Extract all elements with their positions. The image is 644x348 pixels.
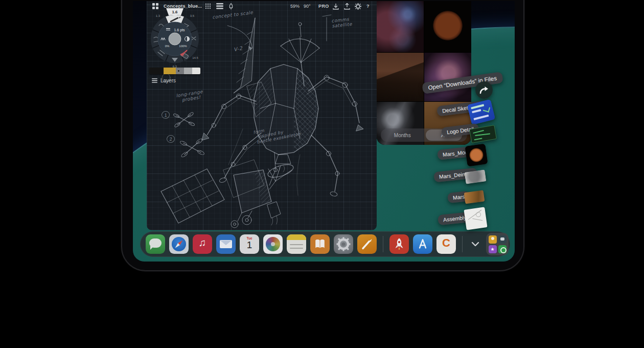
svg-text:100%: 100% [179, 45, 187, 48]
messages-app-icon[interactable] [146, 234, 165, 254]
color-swatch-bar [149, 68, 200, 74]
mail-app-icon[interactable] [216, 234, 236, 254]
dock-divider-2 [462, 236, 463, 252]
active-size-label: 1.6 [172, 10, 178, 14]
tool-wheel[interactable]: 1.6 [148, 6, 202, 73]
dots-grid-icon[interactable] [205, 3, 211, 10]
open-book-icon [310, 234, 330, 254]
import-icon[interactable] [333, 3, 339, 10]
svg-text:3.5: 3.5 [190, 14, 195, 17]
star-mini-icon: ★ [489, 245, 497, 253]
concepts-app-window: concept to scale comms satellite V-2 lon… [147, 1, 377, 230]
layers-stack-icon[interactable] [216, 3, 223, 10]
rocket-app-icon[interactable] [389, 234, 409, 254]
ipad-screen: concept to scale comms satellite V-2 lon… [133, 1, 515, 262]
pro-badge[interactable]: PRO [318, 3, 329, 10]
pen-icon [357, 234, 377, 254]
svg-text:1.3: 1.3 [156, 14, 160, 17]
segment-months[interactable]: Months [381, 133, 424, 138]
pen-nib-icon[interactable] [228, 3, 234, 10]
svg-text:1.6 pts: 1.6 pts [174, 28, 185, 32]
selected-swatch-dot [178, 70, 179, 72]
svg-text:14.5: 14.5 [192, 56, 198, 59]
swatch-white[interactable] [192, 68, 200, 74]
rocket-icon [389, 234, 409, 254]
camera-mini-icon [498, 235, 507, 244]
share-drop-button[interactable] [475, 81, 493, 99]
dock-divider [383, 236, 383, 252]
swatch-silver[interactable] [184, 68, 192, 74]
swatch-black[interactable] [149, 68, 164, 74]
suggested-apps-folder[interactable]: ★ [486, 233, 509, 255]
flower-pinwheel-icon [266, 237, 280, 251]
app-store-a-icon [413, 234, 432, 254]
app-store-app-icon[interactable] [413, 234, 432, 254]
photo-mars-landscape[interactable] [377, 53, 424, 101]
envelope-icon [220, 240, 232, 248]
gear-icon [334, 234, 353, 254]
swatch-gold[interactable] [164, 68, 176, 74]
page-background: concept to scale comms satellite V-2 lon… [0, 0, 644, 348]
letter-c-logo: C [436, 236, 456, 250]
layers-label: Layers [160, 78, 176, 83]
safari-app-icon[interactable] [169, 234, 189, 254]
music-app-icon[interactable]: ♫ [193, 234, 212, 254]
c-app-icon[interactable]: C [436, 234, 456, 254]
settings-gear-icon[interactable] [355, 3, 361, 10]
notes-app-icon[interactable] [287, 234, 306, 254]
tips-mini-icon [489, 235, 497, 244]
layers-button[interactable]: Layers [152, 78, 176, 83]
green-mini-icon [498, 245, 507, 253]
forward-arrow-icon [479, 86, 489, 94]
photo-nebula-blue[interactable] [377, 1, 424, 52]
calendar-app-icon[interactable]: Tue 1 [240, 234, 259, 254]
books-app-icon[interactable] [310, 234, 330, 254]
settings-app-icon[interactable] [334, 234, 353, 254]
brush-preview-circle [169, 33, 181, 45]
concepts-app-icon[interactable] [357, 234, 377, 254]
chevron-down-icon [471, 241, 480, 247]
mars-model-thumbnail[interactable] [465, 143, 488, 166]
photos-app-icon[interactable] [263, 234, 283, 254]
collapse-suggestions-button[interactable] [469, 237, 482, 251]
hamburger-icon [152, 78, 157, 83]
annotation-comms-satellite: comms satellite [331, 16, 352, 29]
ipad-device-frame: concept to scale comms satellite V-2 lon… [121, 0, 524, 271]
zoom-level[interactable]: 59% [290, 3, 300, 10]
assembly-sketch-thumbnail[interactable] [464, 207, 487, 230]
music-note-icon: ♫ [193, 237, 212, 249]
canvas-rotation[interactable]: 90° [304, 3, 311, 10]
help-icon[interactable]: ? [366, 3, 370, 10]
export-icon[interactable] [344, 3, 350, 10]
dock: ♫ Tue 1 [140, 231, 510, 257]
photo-grid [377, 1, 471, 145]
swatch-gray-selected[interactable] [176, 68, 184, 74]
svg-text:0%: 0% [165, 45, 170, 48]
photos-panel: Months All [377, 1, 471, 145]
photo-mars-planet[interactable] [424, 1, 471, 52]
calendar-day: 1 [240, 240, 259, 250]
